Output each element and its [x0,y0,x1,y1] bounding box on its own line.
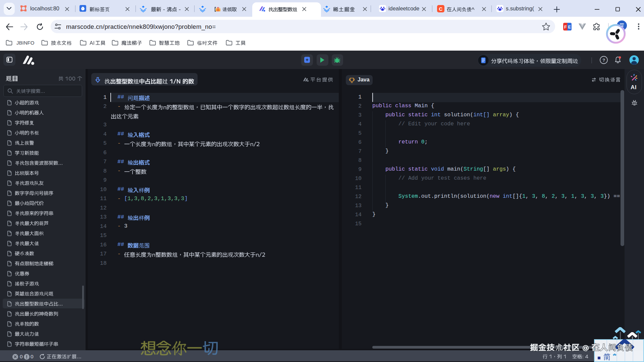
svg-text:?: ? [602,58,605,63]
svg-text:C: C [439,6,443,12]
svg-text:E: E [568,25,571,29]
svg-text:F: F [564,25,567,29]
